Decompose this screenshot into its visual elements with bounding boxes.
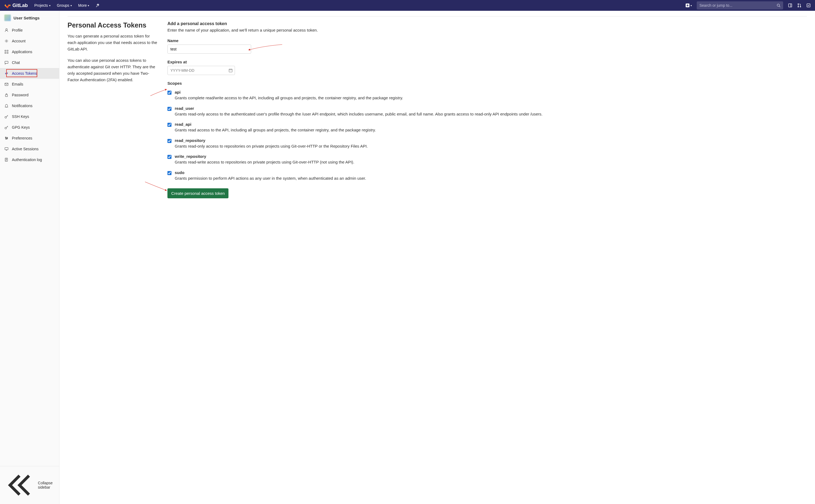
scope-read_user-checkbox[interactable] <box>167 107 171 111</box>
new-button[interactable]: ▾ <box>686 4 692 7</box>
link-icon <box>4 71 9 76</box>
scope-write_repository-desc: Grants read-write access to repositories… <box>175 159 354 165</box>
svg-point-1 <box>777 4 780 6</box>
collapse-sidebar[interactable]: Collapse sidebar <box>0 466 59 504</box>
scope-read_api-label: read_api <box>175 122 376 127</box>
scope-read_repository: read_repositoryGrants read-only access t… <box>167 138 807 149</box>
scope-write_repository-checkbox[interactable] <box>167 155 171 159</box>
calendar-icon <box>229 68 233 73</box>
gear-icon <box>4 39 9 43</box>
sidebar-item-notifications[interactable]: Notifications <box>0 100 59 111</box>
svg-rect-9 <box>5 50 6 51</box>
svg-rect-21 <box>5 148 8 150</box>
sidebar-item-account[interactable]: Account <box>0 36 59 46</box>
scope-read_api-checkbox[interactable] <box>167 123 171 127</box>
wrench-icon[interactable] <box>96 3 100 8</box>
scope-read_api: read_apiGrants read access to the API, i… <box>167 122 807 133</box>
name-label: Name <box>167 38 807 43</box>
plus-icon <box>686 4 690 7</box>
sidebar-item-applications[interactable]: Applications <box>0 46 59 57</box>
expires-label: Expires at <box>167 60 807 64</box>
name-input[interactable] <box>167 45 251 54</box>
sidebar-item-ssh-keys[interactable]: SSH Keys <box>0 111 59 122</box>
issues-icon[interactable] <box>788 3 792 8</box>
scope-api: apiGrants complete read/write access to … <box>167 90 807 101</box>
sidebar-item-access-tokens[interactable]: Access Tokens <box>0 68 59 79</box>
scope-api-desc: Grants complete read/write access to the… <box>175 95 403 101</box>
form-heading: Add a personal access token <box>167 21 807 26</box>
sidebar-item-chat[interactable]: Chat <box>0 57 59 68</box>
user-avatar[interactable] <box>4 15 11 21</box>
scope-read_user-label: read_user <box>175 106 542 111</box>
expires-input[interactable] <box>167 66 235 75</box>
scope-sudo: sudoGrants permission to perform API act… <box>167 170 807 182</box>
form-subheading: Enter the name of your application, and … <box>167 28 807 32</box>
annotation-arrow-name <box>249 44 284 52</box>
scope-sudo-desc: Grants permission to perform API actions… <box>175 175 366 182</box>
search-box[interactable] <box>697 1 783 9</box>
svg-point-18 <box>5 137 6 138</box>
sidebar-header: User Settings <box>0 11 59 25</box>
doc-icon <box>4 158 9 162</box>
sidebar: User Settings ProfileAccountApplications… <box>0 11 59 504</box>
svg-rect-10 <box>7 50 8 51</box>
svg-rect-12 <box>7 52 8 53</box>
svg-point-20 <box>6 139 7 139</box>
chat-icon <box>4 60 9 65</box>
svg-rect-15 <box>5 95 8 97</box>
scope-read_repository-label: read_repository <box>175 138 368 143</box>
scopes-label: Scopes <box>167 81 807 86</box>
page-title: Personal Access Tokens <box>67 21 159 29</box>
page-desc-2: You can also use personal access tokens … <box>67 57 159 83</box>
key-icon <box>4 125 9 130</box>
top-navbar: GitLab Projects▾ Groups▾ More▾ ▾ <box>0 0 815 11</box>
sidebar-item-preferences[interactable]: Preferences <box>0 133 59 144</box>
key-icon <box>4 114 9 119</box>
prefs-icon <box>4 136 9 140</box>
gitlab-logo[interactable]: GitLab <box>4 2 28 8</box>
create-token-button[interactable]: Create personal access token <box>167 188 229 198</box>
scope-sudo-checkbox[interactable] <box>167 171 171 175</box>
scope-api-checkbox[interactable] <box>167 91 171 95</box>
svg-rect-23 <box>229 69 232 72</box>
lock-icon <box>4 93 9 97</box>
nav-groups[interactable]: Groups▾ <box>57 3 72 8</box>
merge-requests-icon[interactable] <box>797 3 802 8</box>
nav-more[interactable]: More▾ <box>78 3 89 8</box>
sidebar-item-gpg-keys[interactable]: GPG Keys <box>0 122 59 133</box>
sidebar-title: User Settings <box>13 16 40 20</box>
search-icon <box>777 4 780 7</box>
scope-sudo-label: sudo <box>175 170 366 175</box>
monitor-icon <box>4 147 9 151</box>
scope-read_api-desc: Grants read access to the API, including… <box>175 127 376 133</box>
bell-icon <box>4 104 9 108</box>
sidebar-item-password[interactable]: Password <box>0 90 59 100</box>
sidebar-item-profile[interactable]: Profile <box>0 25 59 36</box>
scope-write_repository: write_repositoryGrants read-write access… <box>167 154 807 165</box>
sidebar-item-active-sessions[interactable]: Active Sessions <box>0 144 59 154</box>
brand-text: GitLab <box>12 3 28 8</box>
nav-projects[interactable]: Projects▾ <box>34 3 50 8</box>
scope-read_repository-checkbox[interactable] <box>167 139 171 143</box>
scope-read_user-desc: Grants read-only access to the authentic… <box>175 111 542 117</box>
svg-point-19 <box>7 138 8 139</box>
chevron-double-left-icon <box>4 470 35 500</box>
todos-icon[interactable] <box>806 3 811 8</box>
svg-point-7 <box>6 29 7 30</box>
mail-icon <box>4 82 9 86</box>
svg-rect-2 <box>789 4 792 7</box>
svg-point-8 <box>6 40 7 42</box>
sidebar-item-authentication-log[interactable]: Authentication log <box>0 154 59 165</box>
scope-read_repository-desc: Grants read-only access to repositories … <box>175 143 368 149</box>
svg-rect-11 <box>5 52 6 53</box>
main-content: Personal Access Tokens You can generate … <box>59 11 815 504</box>
scope-write_repository-label: write_repository <box>175 154 354 159</box>
search-input[interactable] <box>700 3 777 8</box>
svg-rect-13 <box>5 61 8 63</box>
page-desc-1: You can generate a personal access token… <box>67 33 159 52</box>
user-icon <box>4 28 9 32</box>
apps-icon <box>4 50 9 54</box>
sidebar-item-emails[interactable]: Emails <box>0 79 59 90</box>
scope-api-label: api <box>175 90 403 94</box>
gitlab-icon <box>4 2 11 8</box>
